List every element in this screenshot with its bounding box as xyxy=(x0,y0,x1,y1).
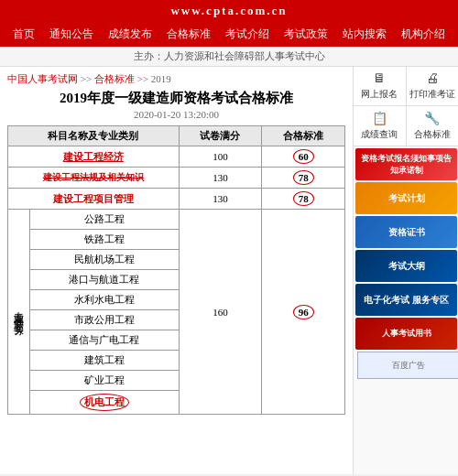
banner-outline-text: 考试大纲 xyxy=(388,260,425,273)
register-icon: 🖥 xyxy=(373,71,386,86)
col-header-total: 试卷满分 xyxy=(179,126,262,146)
subject-cell-1: 建设工程经济 xyxy=(8,146,180,168)
special-subject-9: 矿业工程 xyxy=(30,371,180,391)
special-score-badge: 96 xyxy=(293,305,314,319)
print-label: 打印准考证 xyxy=(409,88,455,101)
subject-name-2: 建设工程法规及相关知识 xyxy=(43,172,144,182)
banner-plan-text: 考试计划 xyxy=(388,192,425,205)
standard-label: 合格标准 xyxy=(414,128,451,141)
banner-cert-text: 资格证书 xyxy=(388,226,425,239)
banner-plan[interactable]: 考试计划 xyxy=(355,182,457,214)
breadcrumb-home[interactable]: 中国人事考试网 xyxy=(7,73,78,84)
sidebar-btn-standard[interactable]: 🔧 合格标准 xyxy=(407,106,459,146)
special-subject-6: 市政公用工程 xyxy=(30,310,180,330)
banner-cert[interactable]: 资格证书 xyxy=(355,216,457,248)
sidebar-btn-score[interactable]: 📋 成绩查询 xyxy=(354,106,406,146)
breadcrumb-year: 2019 xyxy=(151,73,171,84)
subject-name-1: 建设工程经济 xyxy=(63,151,124,162)
total-cell-3: 130 xyxy=(179,189,262,210)
page-date: 2020-01-20 13:20:00 xyxy=(7,109,345,120)
nav-org[interactable]: 机构介绍 xyxy=(394,22,453,47)
col-header-subject: 科目名称及专业类别 xyxy=(8,126,180,146)
sidebar-banners: 资格考试报名须知事项告知承诺制 考试计划 资格证书 考试大纲 电子化考试 服务专… xyxy=(355,148,456,380)
total-cell-1: 100 xyxy=(179,146,262,168)
special-subject-10: 机电工程 xyxy=(30,391,180,415)
nav-score[interactable]: 成绩发布 xyxy=(101,22,159,47)
sub-banner: 主办：人力资源和社会障碍部人事考试中心 xyxy=(0,47,458,67)
nav-bar: 首页 通知公告 成绩发布 合格标准 考试介绍 考试政策 站内搜索 机构介绍 xyxy=(0,22,458,47)
special-subject-4: 港口与航道工程 xyxy=(30,270,180,290)
score-badge-2: 78 xyxy=(293,170,314,185)
score-icon: 📋 xyxy=(372,111,387,126)
special-subject-5: 水利水电工程 xyxy=(30,290,180,310)
score-badge-1: 60 xyxy=(293,149,314,164)
table-row: 建设工程经济 100 60 xyxy=(8,146,345,168)
banner-notice[interactable]: 资格考试报名须知事项告知承诺制 xyxy=(355,148,457,180)
breadcrumb: 中国人事考试网 >> 合格标准 >> 2019 xyxy=(7,72,345,86)
special-score-cell: 96 xyxy=(262,210,345,415)
special-subject-1: 公路工程 xyxy=(30,210,180,230)
special-subject-3: 民航机场工程 xyxy=(30,250,180,270)
breadcrumb-section[interactable]: 合格标准 xyxy=(94,73,135,84)
sidebar-btn-register[interactable]: 🖥 网上报名 xyxy=(354,67,406,105)
nav-search[interactable]: 站内搜索 xyxy=(335,22,394,47)
banner-books-text: 人事考试用书 xyxy=(382,328,431,340)
vertical-label-cell: 专业工程管理与实务 xyxy=(8,210,30,415)
nav-notice[interactable]: 通知公告 xyxy=(42,22,101,47)
table-row: 专业工程管理与实务 公路工程 160 96 xyxy=(8,210,345,230)
register-label: 网上报名 xyxy=(361,88,398,101)
standard-icon: 🔧 xyxy=(424,111,440,126)
sidebar-buttons: 🖥 网上报名 🖨 打印准考证 📋 成绩查询 🔧 合格标准 xyxy=(354,67,458,146)
print-icon: 🖨 xyxy=(426,71,439,86)
special-subject-8: 建筑工程 xyxy=(30,351,180,371)
nav-exam-intro[interactable]: 考试介绍 xyxy=(218,22,277,47)
main-content: 中国人事考试网 >> 合格标准 >> 2019 2019年度一级建造师资格考试合… xyxy=(0,67,353,474)
special-subject-2: 铁路工程 xyxy=(30,230,180,250)
machine-engineering-label: 机电工程 xyxy=(80,394,129,411)
special-subject-7: 通信与广电工程 xyxy=(30,330,180,351)
score-table: 科目名称及专业类别 试卷满分 合格标准 建设工程经济 100 60 xyxy=(7,125,345,415)
special-total-cell: 160 xyxy=(179,210,262,415)
nav-standard[interactable]: 合格标准 xyxy=(159,22,218,47)
score-cell-2: 78 xyxy=(262,168,345,189)
banner-books[interactable]: 人事考试用书 xyxy=(355,318,457,350)
banner-electronic[interactable]: 电子化考试 服务专区 xyxy=(355,284,457,316)
breadcrumb-sep2: >> xyxy=(137,73,151,84)
nav-home[interactable]: 首页 xyxy=(5,22,42,47)
col-header-score: 合格标准 xyxy=(262,126,345,146)
baidu-text: 百度广告 xyxy=(392,360,425,372)
right-sidebar: 🖥 网上报名 🖨 打印准考证 📋 成绩查询 🔧 合格标准 资格考试报名须知事项告… xyxy=(353,67,458,474)
page-title: 2019年度一级建造师资格考试合格标准 xyxy=(7,90,345,107)
total-cell-2: 130 xyxy=(179,168,262,189)
sidebar-btn-print[interactable]: 🖨 打印准考证 xyxy=(407,67,459,105)
table-row: 建设工程法规及相关知识 130 78 xyxy=(8,168,345,189)
nav-policy[interactable]: 考试政策 xyxy=(277,22,335,47)
banner-notice-text: 资格考试报名须知事项告知承诺制 xyxy=(355,151,457,178)
banner-outline[interactable]: 考试大纲 xyxy=(355,250,457,282)
score-badge-3: 78 xyxy=(293,191,314,206)
subject-cell-3: 建设工程项目管理 xyxy=(8,189,180,210)
score-query-label: 成绩查询 xyxy=(361,128,398,141)
breadcrumb-sep1: >> xyxy=(81,73,94,84)
banner-electronic-text: 电子化考试 服务专区 xyxy=(364,294,449,307)
site-domain: www.cpta.com.cn xyxy=(0,0,458,22)
score-cell-1: 60 xyxy=(262,146,345,168)
subject-cell-2: 建设工程法规及相关知识 xyxy=(8,168,180,189)
baidu-ad-banner[interactable]: 百度广告 xyxy=(357,352,458,379)
vertical-label: 专业工程管理与实务 xyxy=(12,303,26,319)
subject-name-3: 建设工程项目管理 xyxy=(53,193,134,204)
score-cell-3: 78 xyxy=(262,189,345,210)
table-row: 建设工程项目管理 130 78 xyxy=(8,189,345,210)
